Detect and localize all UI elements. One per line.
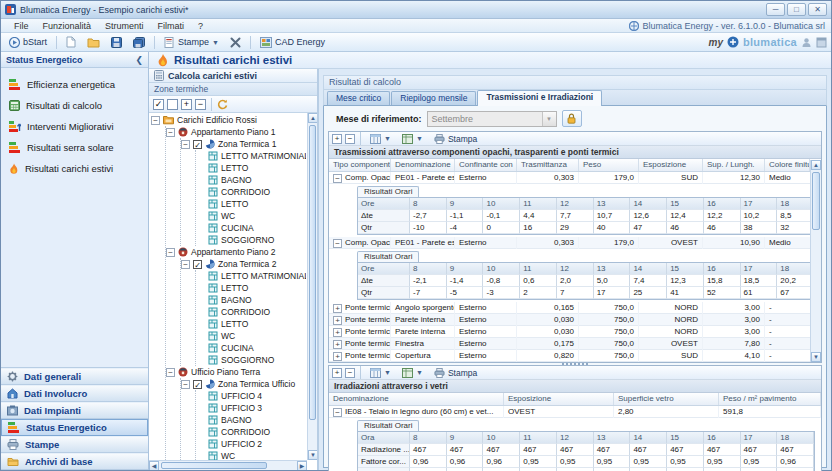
open-button[interactable] <box>83 36 104 49</box>
tab-trasmissioni-e-irradiazioni[interactable]: Trasmissioni e Irradiazioni <box>477 90 602 106</box>
tree-item[interactable]: UFFICIO 3 <box>196 402 306 414</box>
tree-item[interactable]: CORRIDOIO <box>196 186 306 198</box>
tree-item[interactable]: CORRIDOIO <box>196 306 306 318</box>
column-header[interactable]: Tipo componente <box>329 159 391 171</box>
tree-horizontal-scrollbar[interactable]: ◀ ▶ <box>149 460 307 470</box>
save-button[interactable] <box>107 36 126 49</box>
tree-item[interactable]: LETTO MATRIMONIALE <box>196 150 306 162</box>
cad-energy-button[interactable]: CAD Energy <box>256 36 329 49</box>
table-row[interactable]: −Comp. OpacoPE01 - Parete este...Esterno… <box>329 172 821 184</box>
tree-expander-icon[interactable]: − <box>166 368 175 377</box>
stampe-menu-button[interactable]: Stampe▼ <box>160 36 223 49</box>
tree-item[interactable]: SOGGIORNO <box>196 354 306 366</box>
scroll-right-arrow[interactable]: ▶ <box>297 461 307 470</box>
table-row[interactable]: +Ponte termicoFinestraEsterno0,175750,0O… <box>329 338 821 350</box>
tree-item[interactable]: BAGNO <box>196 174 306 186</box>
tree-expander-icon[interactable]: − <box>166 248 175 257</box>
scroll-up-arrow[interactable]: ▲ <box>308 113 317 123</box>
column-header[interactable]: Superficie vetro <box>614 393 719 405</box>
minimize-button[interactable]: ─ <box>766 3 785 16</box>
scroll-thumb[interactable] <box>161 462 267 469</box>
column-header[interactable]: Peso / m² pavimento <box>719 393 821 405</box>
hourly-results-tab[interactable]: Risultati Orari <box>357 186 419 197</box>
table-row[interactable]: +Ponte termicoCoperturaEsterno0,820750,0… <box>329 350 821 362</box>
user-icon[interactable] <box>801 37 812 48</box>
menu-item-filmati[interactable]: Filmati <box>151 21 192 31</box>
menu-item-file[interactable]: File <box>7 21 36 31</box>
tree-item[interactable]: −Ufficio Piano Terra <box>166 366 306 378</box>
tree-item[interactable]: −Appartamento Piano 1 <box>166 126 306 138</box>
tree-item[interactable]: CUCINA <box>196 342 306 354</box>
hourly-results-tab[interactable]: Risultati Orari <box>357 420 419 431</box>
scroll-down-arrow[interactable]: ▼ <box>308 450 317 460</box>
column-header[interactable]: Peso <box>579 159 639 171</box>
scroll-thumb[interactable] <box>812 172 820 230</box>
tree-checkbox[interactable]: ✓ <box>193 140 202 149</box>
tree-item[interactable]: CUCINA <box>196 222 306 234</box>
tree-item[interactable]: LETTO <box>196 162 306 174</box>
column-header[interactable]: Denominazione <box>391 159 455 171</box>
tree-item[interactable]: BAGNO <box>196 294 306 306</box>
tree-item[interactable]: LETTO <box>196 282 306 294</box>
nav-item-archivi-di-base[interactable]: Archivi di base <box>1 453 148 470</box>
table-vertical-scrollbar[interactable]: ▲▼ <box>810 160 821 362</box>
lock-month-button[interactable] <box>562 110 582 127</box>
print-button[interactable]: Stampa <box>430 133 481 145</box>
grid-options-button[interactable]: ▼ <box>366 133 395 145</box>
row-expander-icon[interactable]: − <box>333 174 342 183</box>
column-header[interactable]: Colore finitura <box>765 159 810 171</box>
expand-all-button[interactable]: + <box>181 99 192 110</box>
save-all-button[interactable] <box>129 36 149 49</box>
new-file-button[interactable] <box>62 35 80 49</box>
column-header[interactable]: Denominazione <box>329 393 504 405</box>
collapse-sidebar-button[interactable]: ❮ <box>135 55 143 65</box>
tree-item[interactable]: BAGNO <box>196 414 306 426</box>
table-row[interactable]: +Ponte termicoParete internaEsterno0,030… <box>329 326 821 338</box>
expand-all-rows-button[interactable]: + <box>332 368 342 378</box>
tree-expander-icon[interactable]: − <box>181 260 190 269</box>
grid-options-button[interactable]: ▼ <box>366 367 395 379</box>
tree-item[interactable]: WC <box>196 330 306 342</box>
scroll-left-arrow[interactable]: ◀ <box>149 461 159 470</box>
sidebar-item-risultati-di-calcolo[interactable]: Risultati di calcolo <box>9 95 148 116</box>
tree-item[interactable]: UFFICIO 4 <box>196 390 306 402</box>
menu-item-strumenti[interactable]: Strumenti <box>98 21 151 31</box>
tree-item[interactable]: WC <box>196 210 306 222</box>
collapse-all-rows-button[interactable]: − <box>345 134 355 144</box>
expand-all-rows-button[interactable]: + <box>332 134 342 144</box>
tree-item[interactable]: LETTO <box>196 318 306 330</box>
tree-item[interactable]: −Appartamento Piano 2 <box>166 246 306 258</box>
tab-mese-critico[interactable]: Mese critico <box>327 91 390 105</box>
refresh-icon[interactable] <box>217 99 228 110</box>
tree-item[interactable]: −✓Zona Termica Ufficio <box>181 378 306 390</box>
column-header[interactable]: Trasmittanza <box>517 159 579 171</box>
maximize-button[interactable]: □ <box>787 3 806 16</box>
scroll-thumb[interactable] <box>309 125 316 420</box>
export-button[interactable]: ▼ <box>398 367 427 379</box>
row-expander-icon[interactable]: − <box>333 408 342 417</box>
nav-item-stampe[interactable]: Stampe <box>1 436 148 453</box>
column-header[interactable]: Confinante con <box>455 159 517 171</box>
export-button[interactable]: ▼ <box>398 133 427 145</box>
row-expander-icon[interactable]: + <box>333 316 342 325</box>
uncheck-all-button[interactable] <box>167 99 178 110</box>
print-button[interactable]: Stampa <box>430 367 481 379</box>
collapse-all-rows-button[interactable]: − <box>345 368 355 378</box>
tree-expander-icon[interactable]: − <box>166 128 175 137</box>
tree-item[interactable]: −✓Zona Termica 1 <box>181 138 306 150</box>
tree-item[interactable]: LETTO <box>196 198 306 210</box>
tree-item[interactable]: WC <box>196 450 306 460</box>
menu-item-?[interactable]: ? <box>191 21 210 31</box>
close-button[interactable]: ✕ <box>808 3 827 16</box>
tree-expander-icon[interactable]: − <box>151 116 160 125</box>
nav-item-dati-generali[interactable]: Dati generali <box>1 368 148 385</box>
tree-checkbox[interactable]: ✓ <box>193 260 202 269</box>
tree-item[interactable]: −✓Zona Termica 2 <box>181 258 306 270</box>
reference-month-select[interactable]: Settembre ▼ <box>427 111 557 127</box>
calc-summer-loads-button[interactable]: Calcola carichi estivi <box>149 69 317 83</box>
tree-item[interactable]: CORRIDOIO <box>196 426 306 438</box>
tools-button[interactable] <box>226 36 245 49</box>
row-expander-icon[interactable]: + <box>333 328 342 337</box>
collapse-all-button[interactable]: − <box>195 99 206 110</box>
tree-checkbox[interactable]: ✓ <box>193 380 202 389</box>
